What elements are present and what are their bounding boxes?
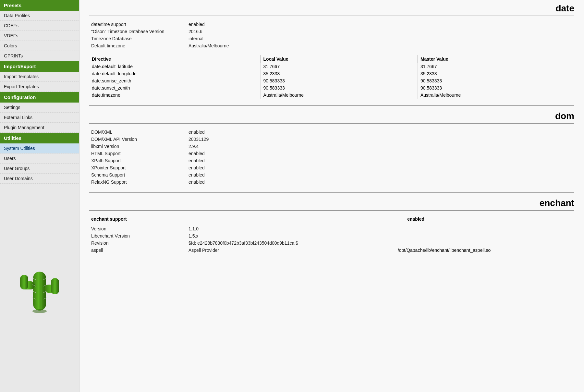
directive-master: 31.7667 [418, 63, 574, 70]
cactus-illustration [0, 184, 79, 392]
sidebar-item-cdefs[interactable]: CDEFs [0, 21, 79, 31]
row-value: 1.1.0 [187, 225, 396, 232]
directive-master: Australia/Melbourne [418, 92, 574, 99]
directive-local: 31.7667 [261, 63, 418, 70]
row-value: enabled [187, 171, 574, 178]
row-value: enabled [187, 178, 574, 186]
sidebar-item-colors[interactable]: Colors [0, 41, 79, 51]
enchant-info-row: Version1.1.0 [89, 225, 574, 232]
directive-row: date.timezoneAustralia/MelbourneAustrali… [89, 92, 574, 99]
directive-name: date.sunset_zenith [89, 84, 261, 92]
enchant-info-row: aspellAspell Provider/opt/Qapache/lib/en… [89, 247, 574, 254]
directive-row: date.sunset_zenith90.58333390.583333 [89, 84, 574, 92]
dom-info-row: XPath Supportenabled [89, 157, 574, 164]
date-info-row: Timezone Databaseinternal [89, 35, 574, 42]
sidebar-item-settings[interactable]: Settings [0, 103, 79, 113]
sidebar-header-configuration[interactable]: Configuration [0, 92, 79, 103]
sidebar-header-import-export[interactable]: Import/Export [0, 61, 79, 72]
svg-rect-2 [20, 275, 28, 289]
row-extra: /opt/Qapache/lib/enchant/libenchant_aspe… [396, 247, 574, 254]
row-label: aspell [89, 247, 187, 254]
row-value: 2016.6 [187, 28, 574, 35]
sidebar-header-presets[interactable]: Presets [0, 0, 79, 11]
directive-col-header: Local Value [261, 55, 418, 63]
directive-local: Australia/Melbourne [261, 92, 418, 99]
enchant-support-label: enchant support [89, 215, 405, 223]
sidebar-item-external-links[interactable]: External Links [0, 113, 79, 123]
row-label: XPath Support [89, 157, 187, 164]
row-label: Timezone Database [89, 35, 187, 42]
dom-info-row: HTML Supportenabled [89, 150, 574, 157]
row-value: internal [187, 35, 574, 42]
directive-row: date.default_longitude35.233335.2333 [89, 70, 574, 77]
date-directive-table: DirectiveLocal ValueMaster Value date.de… [89, 55, 574, 99]
sidebar-item-user-groups[interactable]: User Groups [0, 164, 79, 174]
enchant-info-row: Libenchant Version1.5.x [89, 232, 574, 239]
row-label: Version [89, 225, 187, 232]
row-value: enabled [187, 157, 574, 164]
enchant-divider [89, 192, 574, 193]
dom-info-row: libxml Version2.9.4 [89, 143, 574, 150]
row-label: DOM/XML [89, 129, 187, 136]
sidebar-item-user-domains[interactable]: User Domains [0, 174, 79, 184]
date-info-row: "Olson" Timezone Database Version2016.6 [89, 28, 574, 35]
directive-local: 35.2333 [261, 70, 418, 77]
sidebar-item-vdefs[interactable]: VDEFs [0, 31, 79, 41]
row-label: HTML Support [89, 150, 187, 157]
sidebar-item-plugin-management[interactable]: Plugin Management [0, 123, 79, 133]
dom-info-row: DOM/XML API Version20031129 [89, 136, 574, 143]
row-value: enabled [187, 129, 574, 136]
row-value: Australia/Melbourne [187, 42, 574, 49]
date-section-title: date [89, 0, 574, 16]
row-value: Aspell Provider [187, 247, 396, 254]
sidebar: Presets Data Profiles CDEFs VDEFs Colors… [0, 0, 79, 392]
enchant-info-table: Version1.1.0Libenchant Version1.5.xRevis… [89, 225, 574, 254]
row-value: 1.5.x [187, 232, 396, 239]
directive-local: 90.583333 [261, 84, 418, 92]
row-label: RelaxNG Support [89, 178, 187, 186]
row-label: "Olson" Timezone Database Version [89, 28, 187, 35]
row-label: date/time support [89, 21, 187, 28]
sidebar-header-utilities[interactable]: Utilities [0, 133, 79, 143]
directive-col-header: Directive [89, 55, 261, 63]
dom-info-table: DOM/XMLenabledDOM/XML API Version2003112… [89, 129, 574, 186]
main-content: date date/time supportenabled"Olson" Tim… [79, 0, 584, 392]
sidebar-item-export-templates[interactable]: Export Templates [0, 82, 79, 92]
sidebar-item-system-utilities[interactable]: System Utilities [0, 143, 79, 153]
row-value: enabled [187, 150, 574, 157]
directive-master: 90.583333 [418, 77, 574, 84]
dom-divider [89, 105, 574, 106]
row-label: XPointer Support [89, 164, 187, 171]
date-info-table: date/time supportenabled"Olson" Timezone… [89, 21, 574, 49]
svg-rect-0 [33, 272, 46, 311]
directive-master: 90.583333 [418, 84, 574, 92]
enchant-header-table: enchant support enabled [89, 215, 574, 223]
directive-name: date.default_latitude [89, 63, 261, 70]
directive-row: date.default_latitude31.766731.7667 [89, 63, 574, 70]
row-label: DOM/XML API Version [89, 136, 187, 143]
sidebar-item-data-profiles[interactable]: Data Profiles [0, 11, 79, 21]
row-label: Default timezone [89, 42, 187, 49]
row-value: $Id: e2428b7830f0b472b3af33bf243504d00d9… [187, 239, 396, 247]
directive-row: date.sunrise_zenith90.58333390.583333 [89, 77, 574, 84]
dom-info-row: RelaxNG Supportenabled [89, 178, 574, 186]
date-info-row: Default timezoneAustralia/Melbourne [89, 42, 574, 49]
sidebar-item-gprints[interactable]: GPRINTs [0, 51, 79, 61]
sidebar-item-users[interactable]: Users [0, 153, 79, 164]
directive-col-header: Master Value [418, 55, 574, 63]
dom-info-row: Schema Supportenabled [89, 171, 574, 178]
row-value: 2.9.4 [187, 143, 574, 150]
enchant-section-title: enchant [89, 195, 574, 211]
row-label: Schema Support [89, 171, 187, 178]
row-label: libxml Version [89, 143, 187, 150]
row-value: enabled [187, 164, 574, 171]
dom-info-row: DOM/XMLenabled [89, 129, 574, 136]
sidebar-item-import-templates[interactable]: Import Templates [0, 72, 79, 82]
svg-rect-4 [51, 278, 59, 294]
svg-point-15 [32, 309, 47, 313]
date-info-row: date/time supportenabled [89, 21, 574, 28]
dom-section-title: dom [89, 108, 574, 124]
dom-info-row: XPointer Supportenabled [89, 164, 574, 171]
directive-name: date.sunrise_zenith [89, 77, 261, 84]
enchant-info-row: Revision$Id: e2428b7830f0b472b3af33bf243… [89, 239, 574, 247]
